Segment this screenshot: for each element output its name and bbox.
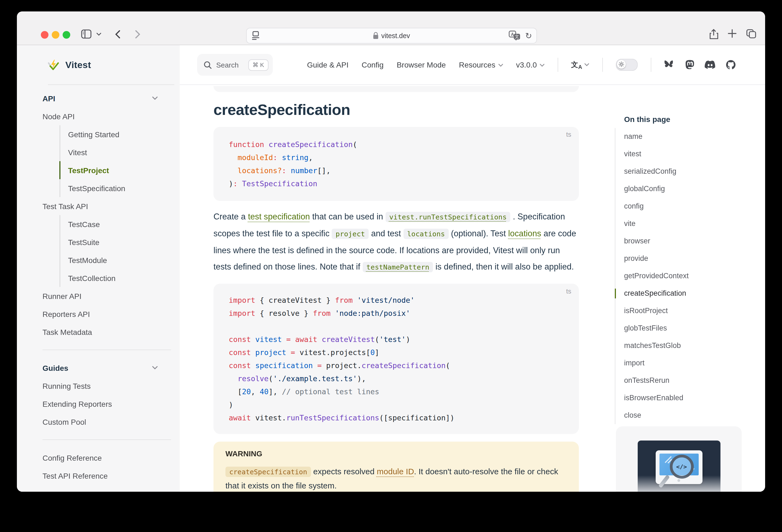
code-language-label: ts: [566, 131, 571, 138]
sidebar-item-test-api-reference[interactable]: Test API Reference: [42, 467, 158, 485]
code-link-testnamepattern[interactable]: testNamePattern: [363, 262, 433, 272]
text: is defined, then it will also be applied…: [433, 262, 574, 271]
magnifier-code-icon: </>: [670, 455, 694, 478]
code-lines: import { createVitest } from 'vitest/nod…: [229, 294, 564, 424]
page-title: createSpecification: [213, 101, 579, 119]
doc-page[interactable]: createSpecification ts function createSp…: [180, 85, 765, 492]
sidebar-group-guides[interactable]: Guides: [42, 359, 158, 377]
nav-dropdown-resources[interactable]: Resources: [459, 61, 503, 69]
toc-item-matchestestglob[interactable]: matchesTestGlob: [615, 337, 751, 354]
nav-link-guide-api[interactable]: Guide & API: [307, 61, 349, 69]
github-icon[interactable]: [726, 60, 736, 70]
divider: [558, 58, 558, 72]
sidebar-chevron-icon[interactable]: [96, 33, 101, 36]
toc-item-ontestsrerun[interactable]: onTestsRerun: [615, 372, 751, 389]
social-links: [664, 60, 736, 70]
traffic-lights: [41, 31, 70, 39]
close-window-button[interactable]: [41, 31, 48, 39]
url-text-group: vitest.dev: [247, 28, 536, 43]
theme-toggle-knob: [617, 60, 626, 69]
zoom-window-button[interactable]: [63, 31, 70, 39]
main-area: Search ⌘ K Guide & API Config Browser Mo…: [180, 45, 765, 492]
translate-icon[interactable]: A 文: [509, 31, 521, 41]
translate-glyph: 文A: [571, 60, 582, 70]
discord-icon[interactable]: [705, 61, 716, 69]
language-switch[interactable]: 文A: [571, 60, 589, 70]
link-locations[interactable]: locations: [508, 229, 541, 238]
new-tab-icon[interactable]: [727, 29, 737, 38]
vitest-docs-app: Vitest APINode APIGetting StartedVitestT…: [17, 45, 765, 492]
divider: [42, 439, 171, 440]
sidebar-item-testcollection[interactable]: TestCollection: [59, 269, 158, 287]
minimize-window-button[interactable]: [52, 31, 59, 39]
sidebar-item-testsuite[interactable]: TestSuite: [59, 233, 158, 251]
toc-item-getprovidedcontext[interactable]: getProvidedContext: [615, 268, 751, 285]
sidebar-group-api[interactable]: API: [42, 89, 158, 107]
divider: [42, 350, 171, 350]
toc-item-import[interactable]: import: [615, 354, 751, 372]
nav-dropdown-version[interactable]: v3.0.0: [516, 61, 544, 69]
code-link-vitest-runtestspecifications[interactable]: vitest.runTestSpecifications: [385, 212, 510, 222]
toc-item-createspecification[interactable]: createSpecification: [615, 285, 751, 302]
mastodon-icon[interactable]: [685, 60, 694, 70]
toc-item-vitest[interactable]: vitest: [615, 145, 751, 163]
text: expects resolved: [311, 467, 377, 476]
sidebar-item-extending-reporters[interactable]: Extending Reporters: [42, 395, 158, 413]
toc-item-globalconfig[interactable]: globalConfig: [615, 180, 751, 198]
sidebar-item-testmodule[interactable]: TestModule: [59, 251, 158, 269]
forward-button[interactable]: [135, 30, 141, 39]
sidebar-group-label: API: [42, 94, 55, 103]
search-button[interactable]: Search ⌘ K: [197, 54, 273, 76]
sidebar-item-running-tests[interactable]: Running Tests: [42, 377, 158, 395]
text: and test: [369, 229, 403, 238]
sidebar-item-runner-api[interactable]: Runner API: [42, 287, 158, 305]
toc-item-config[interactable]: config: [615, 198, 751, 215]
sidebar-item-getting-started[interactable]: Getting Started: [59, 125, 158, 143]
docs-sidebar: Vitest APINode APIGetting StartedVitestT…: [17, 45, 180, 492]
inline-code: locations: [403, 229, 449, 239]
toc-item-browser[interactable]: browser: [615, 233, 751, 250]
sidebar-item-testcase[interactable]: TestCase: [59, 215, 158, 233]
bluesky-icon[interactable]: [664, 60, 675, 69]
toc-item-isrootproject[interactable]: isRootProject: [615, 302, 751, 320]
address-bar[interactable]: vitest.dev A 文 ↻: [246, 28, 537, 43]
vitest-logo-icon: [47, 59, 60, 72]
sidebar-item-test-task-api[interactable]: Test Task API: [42, 197, 158, 215]
toc-item-globtestfiles[interactable]: globTestFiles: [615, 320, 751, 337]
sidebar-item-testproject[interactable]: TestProject: [59, 161, 158, 179]
toc-item-name[interactable]: name: [615, 128, 751, 145]
toc-item-close[interactable]: close: [615, 407, 751, 424]
nav-link-browser-mode[interactable]: Browser Mode: [397, 61, 446, 69]
logo-row[interactable]: Vitest: [17, 45, 180, 85]
theme-toggle[interactable]: [616, 59, 638, 71]
back-button[interactable]: [115, 30, 120, 39]
toc-item-vite[interactable]: vite: [615, 215, 751, 233]
browser-toolbar: vitest.dev A 文 ↻: [17, 11, 765, 45]
sidebar-item-testspecification[interactable]: TestSpecification: [59, 179, 158, 197]
sidebar-item-custom-pool[interactable]: Custom Pool: [42, 413, 158, 431]
sidebar-item-node-api[interactable]: Node API: [42, 107, 158, 125]
warning-body: createSpecification expects resolved mod…: [225, 465, 567, 492]
sidebar-item-config-reference[interactable]: Config Reference: [42, 449, 158, 467]
link-module-id[interactable]: module ID: [377, 467, 414, 476]
toolbar-right-actions: [709, 29, 756, 40]
code-language-label: ts: [566, 288, 571, 295]
sidebar-toggle-icon[interactable]: [81, 29, 92, 39]
toc-item-provide[interactable]: provide: [615, 250, 751, 268]
sidebar-item-vitest[interactable]: Vitest: [59, 143, 158, 161]
example-code-block: ts import { createVitest } from 'vitest/…: [213, 284, 579, 434]
sun-icon: [618, 62, 624, 67]
tab-overview-icon[interactable]: [746, 29, 756, 39]
divider: [602, 58, 603, 72]
reload-icon[interactable]: ↻: [525, 31, 532, 41]
sidebar-item-task-metadata[interactable]: Task Metadata: [42, 323, 158, 341]
sidebar-item-reporters-api[interactable]: Reporters API: [42, 305, 158, 323]
text: Create a: [213, 212, 248, 221]
link-test-specification[interactable]: test specification: [248, 212, 310, 221]
sponsor-ad-card[interactable]: </>: [616, 426, 742, 492]
share-icon[interactable]: [709, 29, 718, 40]
screen: vitest.dev A 文 ↻: [0, 0, 782, 532]
toc-item-isbrowserenabled[interactable]: isBrowserEnabled: [615, 389, 751, 407]
nav-link-config[interactable]: Config: [362, 61, 384, 69]
toc-item-serializedconfig[interactable]: serializedConfig: [615, 163, 751, 180]
